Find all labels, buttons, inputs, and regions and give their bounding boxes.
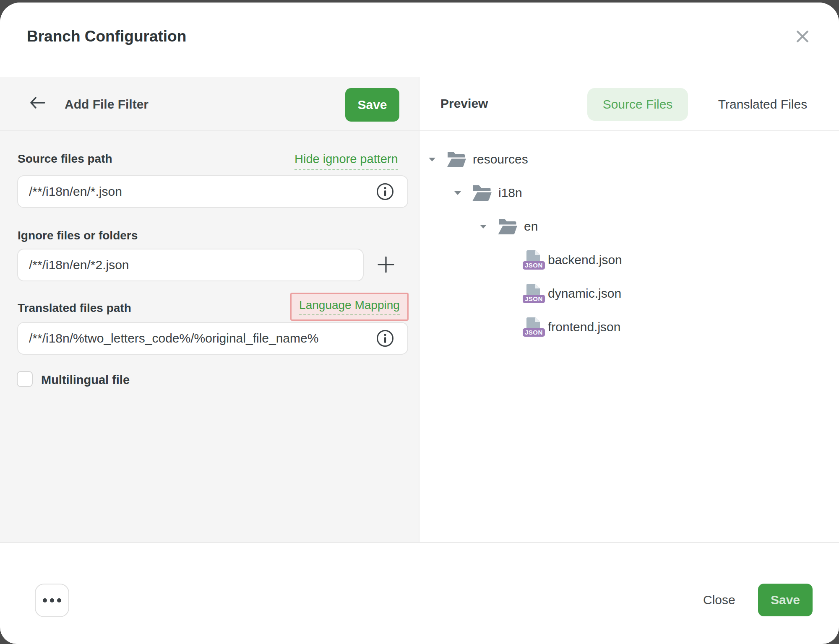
tree-item-label: en [524,219,538,234]
translated-path-input[interactable] [17,322,408,355]
folder-open-icon [447,152,466,167]
folder-open-icon [498,219,517,234]
json-file-icon: JSON [523,284,542,303]
close-button[interactable] [792,27,813,47]
json-file-icon: JSON [523,317,542,337]
save-filter-button[interactable]: Save [345,88,399,122]
tree-row-i18n[interactable]: i18n [420,176,839,210]
tree-item-label: dynamic.json [548,286,621,301]
footer-divider [0,542,839,543]
language-mapping-highlight: Language Mapping [290,293,409,321]
tree-item-label: resources [473,152,528,166]
plus-icon [377,255,395,275]
json-file-icon: JSON [523,250,542,270]
add-ignore-pattern-button[interactable] [376,255,396,275]
tab-source-files[interactable]: Source Files [587,88,688,121]
title-bar: Branch Configuration [0,3,839,78]
tree-row-backend-json[interactable]: JSON backend.json [420,243,839,277]
caret-down-icon[interactable] [479,224,487,229]
branch-configuration-modal: Branch Configuration Add File Filter [0,3,839,644]
multilingual-label[interactable]: Multilingual file [41,373,130,387]
ignore-pattern-input[interactable] [17,249,364,281]
language-mapping-link[interactable]: Language Mapping [299,299,400,315]
info-icon[interactable] [376,329,394,348]
translated-path-label: Translated files path [18,301,131,315]
json-badge: JSON [523,328,545,337]
filter-editor-title: Add File Filter [65,97,149,112]
modal-title: Branch Configuration [27,28,186,45]
tree-row-frontend-json[interactable]: JSON frontend.json [420,310,839,344]
source-path-input[interactable] [17,175,408,208]
source-path-label: Source files path [18,152,112,166]
back-button[interactable] [29,95,47,112]
preview-title: Preview [440,96,488,111]
tree-item-label: i18n [498,186,522,200]
info-icon[interactable] [376,182,394,201]
tab-translated-files[interactable]: Translated Files [712,88,813,121]
tree-item-label: backend.json [548,253,622,267]
ignore-label: Ignore files or folders [18,229,138,242]
ellipsis-icon [43,598,47,602]
arrow-left-icon [29,96,46,111]
tree-row-dynamic-json[interactable]: JSON dynamic.json [420,277,839,310]
hide-ignore-pattern-link[interactable]: Hide ignore pattern [294,152,398,170]
save-configuration-button[interactable]: Save [758,584,813,616]
x-icon [795,29,810,45]
caret-down-icon[interactable] [454,190,461,195]
folder-open-icon [472,185,492,201]
tree-item-label: frontend.json [548,320,620,334]
tree-row-resources[interactable]: resources [420,143,839,176]
caret-down-icon[interactable] [428,157,436,162]
screen: Branch Configuration Add File Filter [0,0,839,644]
json-badge: JSON [523,261,545,270]
more-options-button[interactable] [35,584,69,617]
json-badge: JSON [523,295,545,303]
tree-row-en[interactable]: en [420,210,839,243]
close-modal-button[interactable]: Close [703,593,735,607]
multilingual-checkbox[interactable] [17,371,33,387]
